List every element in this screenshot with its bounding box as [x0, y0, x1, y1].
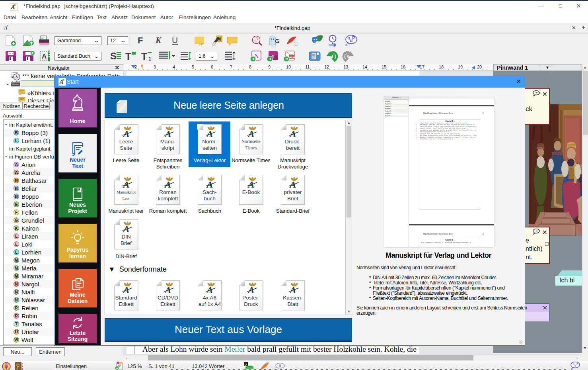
- svg-text:18: 18: [439, 65, 444, 69]
- svg-text:5: 5: [192, 65, 194, 69]
- svg-text:11: 11: [305, 65, 310, 69]
- svg-text:10: 10: [286, 65, 291, 69]
- svg-text:14: 14: [362, 65, 367, 69]
- svg-text:A: A: [247, 285, 255, 295]
- svg-text:A: A: [164, 129, 171, 139]
- svg-text:4: 4: [173, 65, 175, 69]
- svg-text:6: 6: [211, 65, 213, 69]
- svg-text:A: A: [123, 224, 130, 234]
- svg-text:A: A: [123, 285, 130, 295]
- svg-text:13: 13: [343, 65, 348, 69]
- svg-text:A: A: [289, 285, 296, 295]
- svg-text:19: 19: [458, 65, 463, 69]
- svg-text:A: A: [289, 179, 296, 189]
- svg-text:1: 1: [148, 56, 151, 61]
- svg-text:G: G: [275, 37, 280, 44]
- svg-text:A: A: [42, 53, 47, 60]
- svg-text:3: 3: [154, 65, 156, 69]
- svg-text:S: S: [110, 51, 117, 61]
- svg-text:PDF: PDF: [289, 56, 295, 59]
- svg-text:A: A: [123, 179, 130, 189]
- svg-text:12: 12: [324, 65, 329, 69]
- svg-text:D: D: [245, 363, 247, 366]
- svg-text:A: A: [164, 179, 171, 189]
- svg-text:A: A: [206, 285, 213, 295]
- svg-text:A: A: [164, 285, 171, 295]
- svg-text:20: 20: [477, 65, 482, 69]
- svg-text:9: 9: [268, 65, 271, 69]
- svg-text:A: A: [247, 129, 255, 139]
- svg-text:A: A: [206, 179, 213, 189]
- svg-text:16: 16: [401, 65, 405, 69]
- svg-text:T: T: [125, 51, 131, 61]
- svg-text:A: A: [206, 129, 213, 139]
- svg-text:A: A: [289, 129, 296, 139]
- svg-text:7: 7: [230, 65, 232, 69]
- svg-text:A: A: [123, 129, 130, 139]
- svg-text:8: 8: [249, 65, 251, 69]
- svg-text:15: 15: [382, 65, 386, 69]
- svg-text:A: A: [247, 179, 255, 189]
- svg-text:T: T: [141, 51, 147, 61]
